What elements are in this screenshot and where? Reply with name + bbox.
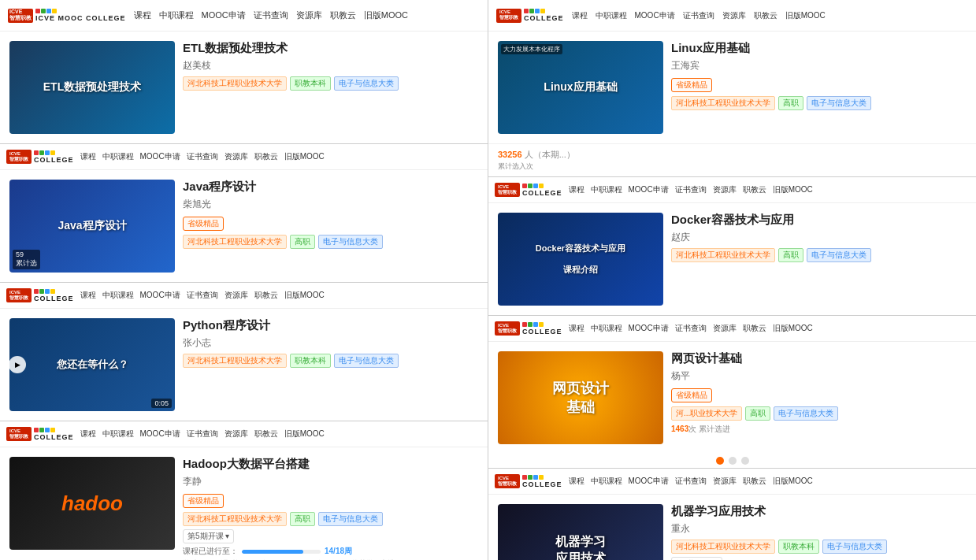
hadoop-period-selector[interactable]: 第5期开课 ▾ — [183, 529, 234, 543]
dk-nav-3[interactable]: MOOC申请 — [629, 184, 669, 195]
wd-nav-4[interactable]: 证书查询 — [675, 323, 707, 334]
icve-logo-4: ICVE智慧职教 — [6, 427, 32, 441]
docker-nav-logo: ICVE智慧职教 COLLEGE — [495, 183, 562, 197]
java-nav-1[interactable]: 课程 — [80, 151, 96, 162]
web-dot-2[interactable] — [729, 457, 737, 465]
hadoop-tag-org: 河北科技工程职业技术大学 — [183, 512, 287, 526]
docker-tag-type: 电子与信息大类 — [807, 248, 871, 262]
hadoop-thumbnail[interactable]: hadoo — [9, 457, 175, 550]
ml-nav-1[interactable]: 课程 — [569, 476, 584, 487]
web-dot-3[interactable] — [741, 457, 749, 465]
hd-nav-5[interactable]: 资源库 — [225, 428, 248, 439]
java-info: Java程序设计 柴旭光 省级精品 河北科技工程职业技术大学 高职 电子与信息大… — [183, 180, 478, 273]
wd-nav-7[interactable]: 旧版MOOC — [773, 323, 813, 334]
linux-tag-level: 高职 — [778, 96, 803, 110]
dk-nav-4[interactable]: 证书查询 — [675, 184, 707, 195]
java-author: 柴旭光 — [183, 198, 478, 211]
hadoop-author: 李静 — [183, 475, 478, 488]
docker-course-block: Docker容器技术与应用课程介绍 Docker容器技术与应用 赵庆 河北科技工… — [488, 203, 976, 315]
java-nav-2[interactable]: 中职课程 — [102, 151, 134, 162]
python-card: ICVE智慧职教 COLLEGE 课程 中职课程 — [0, 282, 488, 421]
nav-vocational[interactable]: 中职课程 — [159, 9, 194, 21]
hadoop-nav-logo: ICVE智慧职教 COLLEGE — [6, 427, 74, 441]
java-nav-5[interactable]: 资源库 — [225, 151, 248, 162]
hd-nav-4[interactable]: 证书查询 — [187, 428, 218, 439]
etl-thumb-label: ETL数据预处理技术 — [40, 77, 144, 98]
ml-info: 机器学习应用技术 重永 河北科技工程职业技术大学 职教本科 电子与信息大类 第1… — [671, 504, 967, 560]
py-nav-4[interactable]: 证书查询 — [187, 290, 218, 301]
ml-period-row: 第1期开课 ▾ — [671, 557, 967, 560]
nav-resource[interactable]: 资源库 — [296, 9, 322, 21]
ml-nav-5[interactable]: 资源库 — [713, 476, 737, 487]
nav-course[interactable]: 课程 — [134, 9, 151, 21]
mooc-sq-r1 — [524, 9, 545, 13]
python-play-btn[interactable]: ▶ — [9, 356, 26, 373]
dk-nav-6[interactable]: 职教云 — [743, 184, 766, 195]
py-nav-7[interactable]: 旧版MOOC — [284, 290, 325, 301]
etl-thumbnail[interactable]: ETL数据预处理技术 — [9, 41, 175, 134]
docker-thumbnail[interactable]: Docker容器技术与应用课程介绍 — [498, 213, 663, 306]
wd-nav-5[interactable]: 资源库 — [713, 323, 737, 334]
web-tag-type: 电子与信息大类 — [774, 406, 838, 421]
java-nav-6[interactable]: 职教云 — [254, 151, 278, 162]
python-course-block: 您还在等什么？ ▶ 0:05 Python程序设计 张小志 河北科技工程职业技术… — [0, 309, 488, 421]
li-nav-1[interactable]: 课程 — [572, 10, 588, 21]
dk-nav-7[interactable]: 旧版MOOC — [773, 184, 813, 195]
py-nav-1[interactable]: 课程 — [80, 290, 96, 301]
py-nav-3[interactable]: MOOC申请 — [140, 290, 180, 301]
sq-rg2 — [528, 184, 533, 188]
hd-nav-1[interactable]: 课程 — [80, 428, 96, 439]
sq-r3 — [34, 289, 39, 294]
ml-title: 机器学习应用技术 — [671, 504, 967, 519]
dk-nav-5[interactable]: 资源库 — [713, 184, 737, 195]
li-nav-2[interactable]: 中职课程 — [596, 10, 627, 21]
web-dot-active[interactable] — [716, 457, 724, 465]
wd-nav-3[interactable]: MOOC申请 — [629, 323, 669, 334]
college-lbl-2: COLLEGE — [34, 156, 74, 164]
hadoop-progress-fill — [242, 550, 303, 554]
ml-thumbnail[interactable]: 机器学习应用技术 — [498, 504, 663, 560]
hd-nav-3[interactable]: MOOC申请 — [140, 428, 180, 439]
nav-cloud[interactable]: 职教云 — [330, 9, 356, 21]
li-nav-7[interactable]: 旧版MOOC — [785, 10, 826, 21]
py-nav-2[interactable]: 中职课程 — [102, 290, 134, 301]
college-lbl-r1: COLLEGE — [524, 14, 564, 22]
etl-tag-type: 电子与信息大类 — [334, 76, 399, 91]
ml-nav-3[interactable]: MOOC申请 — [629, 476, 669, 487]
college-lbl-r4: COLLEGE — [522, 480, 562, 488]
wd-nav-2[interactable]: 中职课程 — [591, 323, 622, 334]
ml-nav-4[interactable]: 证书查询 — [675, 476, 707, 487]
sq-rr4 — [522, 475, 527, 480]
python-thumbnail[interactable]: 您还在等什么？ ▶ 0:05 — [9, 318, 175, 411]
py-nav-6[interactable]: 职教云 — [254, 290, 278, 301]
java-nav-4[interactable]: 证书查询 — [187, 151, 218, 162]
li-nav-6[interactable]: 职教云 — [754, 10, 777, 21]
icve-logo-r1: ICVE智慧职教 — [496, 9, 521, 23]
li-nav-4[interactable]: 证书查询 — [683, 10, 714, 21]
li-nav-5[interactable]: 资源库 — [722, 10, 746, 21]
dk-nav-2[interactable]: 中职课程 — [591, 184, 622, 195]
java-nav-7[interactable]: 旧版MOOC — [284, 151, 325, 162]
hadoop-tag-type: 电子与信息大类 — [318, 512, 383, 526]
java-thumb-label: Java程序设计 — [54, 216, 129, 236]
hd-nav-7[interactable]: 旧版MOOC — [284, 428, 325, 439]
etl-info: ETL数据预处理技术 赵美枝 河北科技工程职业技术大学 职教本科 电子与信息大类 — [183, 41, 478, 134]
nav-old-mooc[interactable]: 旧版MOOC — [364, 9, 408, 21]
ml-nav-6[interactable]: 职教云 — [743, 476, 766, 487]
linux-thumbnail[interactable]: Linux应用基础 大力发展木本化程序 — [498, 41, 663, 134]
java-nav-3[interactable]: MOOC申请 — [140, 151, 180, 162]
wd-nav-6[interactable]: 职教云 — [743, 323, 766, 334]
hd-nav-2[interactable]: 中职课程 — [102, 428, 134, 439]
dk-nav-1[interactable]: 课程 — [569, 184, 584, 195]
ml-nav-7[interactable]: 旧版MOOC — [773, 476, 813, 487]
ml-nav-2[interactable]: 中职课程 — [591, 476, 622, 487]
py-nav-5[interactable]: 资源库 — [225, 290, 248, 301]
li-nav-3[interactable]: MOOC申请 — [635, 10, 675, 21]
nav-mooc-apply[interactable]: MOOC申请 — [202, 9, 246, 21]
wd-nav-1[interactable]: 课程 — [569, 323, 584, 334]
hd-nav-6[interactable]: 职教云 — [254, 428, 278, 439]
java-thumbnail[interactable]: Java程序设计 59累计选 — [9, 180, 175, 273]
web-thumbnail[interactable]: 网页设计基础 — [498, 351, 663, 444]
nav-cert[interactable]: 证书查询 — [254, 9, 288, 21]
ml-period-selector[interactable]: 第1期开课 ▾ — [671, 557, 722, 560]
